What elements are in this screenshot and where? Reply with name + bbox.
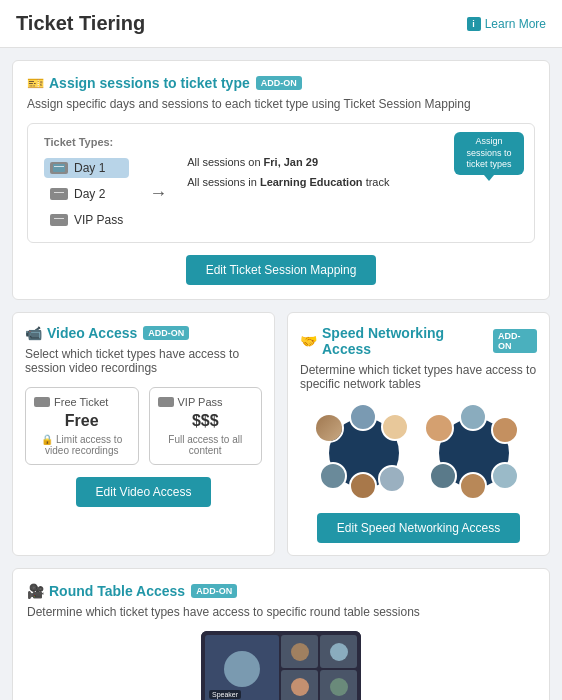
svg-rect-2 [53, 190, 65, 198]
assign-sessions-desc: Assign specific days and sessions to eac… [27, 97, 535, 111]
ticket-type-icon [50, 188, 68, 200]
free-ticket-desc: 🔒 Limit access to video recordings [34, 434, 130, 456]
speed-networking-title: 🤝 Speed Networking Access ADD-ON [300, 325, 537, 357]
free-ticket-name: Free Ticket [34, 396, 130, 408]
ticket-day1: Day 1 [44, 158, 129, 178]
free-ticket-price: Free [34, 412, 130, 430]
two-col-row: 📹 Video Access ADD-ON Select which ticke… [12, 312, 550, 556]
learn-more-link[interactable]: i Learn More [467, 17, 546, 31]
networking-addon-badge: ADD-ON [493, 329, 537, 353]
edit-video-access-button[interactable]: Edit Video Access [76, 477, 212, 507]
video-access-card: 📹 Video Access ADD-ON Select which ticke… [12, 312, 275, 556]
page-title: Ticket Tiering [16, 12, 145, 35]
round-table-image: Speaker [201, 631, 361, 700]
speed-networking-desc: Determine which ticket types have access… [300, 363, 537, 391]
ticket-icon: 🎫 [27, 75, 43, 91]
round-table-icon: 🎥 [27, 583, 43, 599]
free-ticket-icon [34, 397, 50, 407]
video-addon-badge: ADD-ON [143, 326, 189, 340]
addon-badge: ADD-ON [256, 76, 302, 90]
ticket-options: Free Ticket Free 🔒 Limit access to video… [25, 387, 262, 465]
edit-ticket-session-mapping-button[interactable]: Edit Ticket Session Mapping [186, 255, 377, 285]
video-access-title: 📹 Video Access ADD-ON [25, 325, 262, 341]
info-icon: i [467, 17, 481, 31]
arrow-icon: → [149, 183, 167, 204]
assign-sessions-card: 🎫 Assign sessions to ticket type ADD-ON … [12, 60, 550, 300]
free-ticket-option: Free Ticket Free 🔒 Limit access to video… [25, 387, 139, 465]
svg-rect-3 [54, 192, 64, 193]
session-text-2: All sessions in Learning Education track [187, 176, 389, 188]
ticket-vip: VIP Pass [44, 210, 129, 230]
svg-rect-0 [53, 164, 65, 172]
session-text-1: All sessions on Fri, Jan 29 [187, 156, 389, 168]
page-header: Ticket Tiering i Learn More [0, 0, 562, 48]
vip-ticket-option: VIP Pass $$$ Full access to all content [149, 387, 263, 465]
edit-speed-networking-button[interactable]: Edit Speed Networking Access [317, 513, 520, 543]
video-icon: 📹 [25, 325, 41, 341]
learn-more-label: Learn More [485, 17, 546, 31]
assign-sessions-title: 🎫 Assign sessions to ticket type ADD-ON [27, 75, 535, 91]
arrow-col: → [149, 136, 167, 230]
vip-ticket-icon [158, 397, 174, 407]
vip-ticket-name: VIP Pass [158, 396, 254, 408]
svg-rect-1 [54, 166, 64, 167]
speech-bubble: Assign sessions to ticket types [454, 132, 524, 175]
page-wrapper: Ticket Tiering i Learn More 🎫 Assign ses… [0, 0, 562, 700]
svg-rect-5 [54, 218, 64, 219]
ticket-types-col: Ticket Types: Day 1 Day 2 [44, 136, 129, 230]
vip-ticket-price: $$$ [158, 412, 254, 430]
round-table-desc: Determine which ticket types have access… [27, 605, 535, 619]
sessions-col: All sessions on Fri, Jan 29 All sessions… [187, 136, 389, 230]
video-access-desc: Select which ticket types have access to… [25, 347, 262, 375]
networking-icon: 🤝 [300, 333, 316, 349]
ticket-day2: Day 2 [44, 184, 129, 204]
vip-ticket-desc: Full access to all content [158, 434, 254, 456]
round-table-title: 🎥 Round Table Access ADD-ON [27, 583, 535, 599]
speed-networking-card: 🤝 Speed Networking Access ADD-ON Determi… [287, 312, 550, 556]
ticket-type-icon [50, 214, 68, 226]
networking-visual [300, 403, 537, 503]
ticket-diagram: Ticket Types: Day 1 Day 2 [27, 123, 535, 243]
ticket-types-label: Ticket Types: [44, 136, 129, 148]
round-table-card: 🎥 Round Table Access ADD-ON Determine wh… [12, 568, 550, 700]
svg-rect-4 [53, 216, 65, 224]
content-area: 🎫 Assign sessions to ticket type ADD-ON … [0, 48, 562, 700]
round-table-addon-badge: ADD-ON [191, 584, 237, 598]
ticket-type-icon [50, 162, 68, 174]
